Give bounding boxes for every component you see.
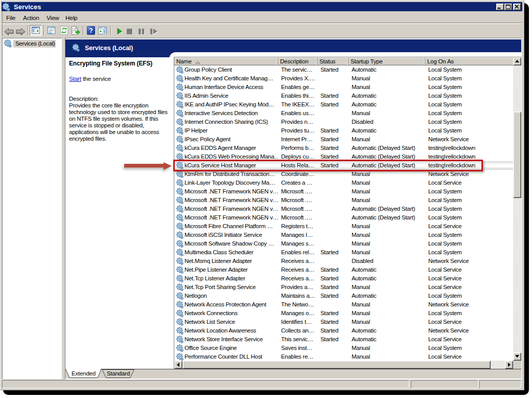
svg-text:?: ? [89,27,93,34]
